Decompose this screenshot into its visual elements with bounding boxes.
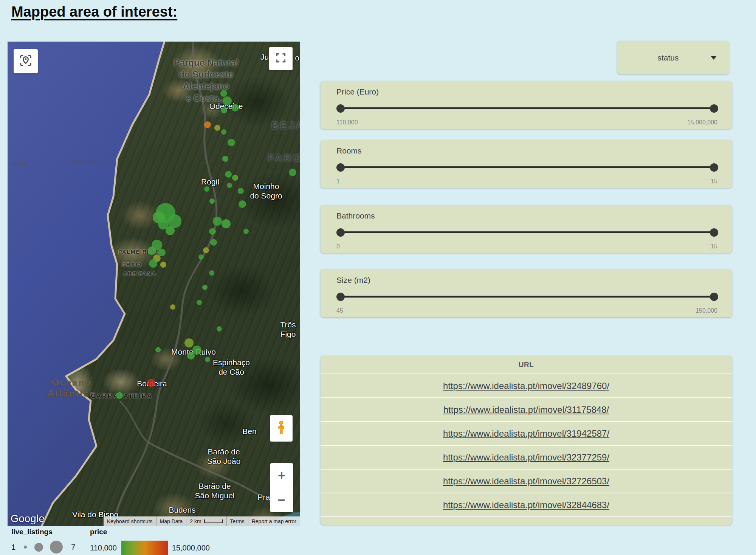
table-row[interactable]: https://www.idealista.pt/imovel/31175848… xyxy=(321,397,732,421)
map-listing-marker[interactable] xyxy=(205,357,210,362)
listing-url-link[interactable]: https://www.idealista.pt/imovel/32489760… xyxy=(443,381,609,391)
map-listing-marker[interactable] xyxy=(202,285,208,290)
table-row[interactable]: https://www.idealista.pt/imovel/31942587… xyxy=(321,421,732,445)
size-max-handle[interactable] xyxy=(710,293,718,301)
map-listing-marker[interactable] xyxy=(149,259,157,268)
table-row[interactable]: https://www.idealista.pt/imovel/32844683… xyxy=(321,493,732,516)
map-listing-marker[interactable] xyxy=(192,346,201,355)
map-listing-marker[interactable] xyxy=(203,247,209,253)
size-legend-min: 1 xyxy=(11,543,15,552)
fullscreen-button[interactable] xyxy=(269,47,293,70)
map-listing-marker[interactable] xyxy=(166,226,175,235)
map-listing-marker[interactable] xyxy=(209,198,215,204)
map-scale-label: 2 km xyxy=(190,518,201,524)
report-map-error-link[interactable]: Report a map error xyxy=(248,516,300,526)
map-listing-marker[interactable] xyxy=(238,188,244,194)
bathrooms-max-value: 15 xyxy=(711,243,717,250)
terms-link[interactable]: Terms xyxy=(226,516,248,526)
map-listing-marker[interactable] xyxy=(204,121,211,128)
map-listing-marker[interactable] xyxy=(160,262,166,268)
rooms-range-slider[interactable] xyxy=(336,163,718,172)
price-range-slider[interactable] xyxy=(336,104,718,113)
map-listing-marker[interactable] xyxy=(214,125,220,131)
map-data-link[interactable]: Map Data xyxy=(156,516,186,526)
size-range-slider[interactable] xyxy=(336,292,718,301)
price-legend: price 110,000 15,000,000 xyxy=(90,528,210,555)
bathrooms-max-handle[interactable] xyxy=(710,228,718,237)
map-listing-marker[interactable] xyxy=(289,169,296,176)
pegman-button[interactable] xyxy=(270,415,293,442)
price-legend-title: price xyxy=(90,528,210,536)
rooms-max-handle[interactable] xyxy=(710,163,718,172)
fullscreen-icon xyxy=(274,51,288,66)
listing-url-link[interactable]: https://www.idealista.pt/imovel/32377259… xyxy=(443,452,609,463)
map-listing-marker[interactable] xyxy=(197,300,202,305)
rooms-filter-label: Rooms xyxy=(336,146,362,155)
map-listing-marker[interactable] xyxy=(147,379,155,387)
listing-url-link[interactable]: https://www.idealista.pt/imovel/32049204… xyxy=(443,524,609,525)
map-listing-marker[interactable] xyxy=(187,352,195,360)
bathrooms-min-handle[interactable] xyxy=(336,228,345,237)
map-listing-marker[interactable] xyxy=(228,139,235,146)
listing-url-link[interactable]: https://www.idealista.pt/imovel/31175848… xyxy=(443,405,609,415)
map-listing-marker[interactable] xyxy=(198,254,204,260)
listing-url-link[interactable]: https://www.idealista.pt/imovel/31942587… xyxy=(443,428,609,439)
map-listing-marker[interactable] xyxy=(221,129,226,135)
slider-track[interactable] xyxy=(340,231,714,233)
google-logo: Google xyxy=(11,513,45,525)
rooms-min-handle[interactable] xyxy=(336,163,345,172)
map-listing-marker[interactable] xyxy=(210,239,217,246)
table-row[interactable]: https://www.idealista.pt/imovel/32049204… xyxy=(321,516,732,525)
map-listing-marker[interactable] xyxy=(155,347,161,352)
map-canvas[interactable]: Parque Natural do Sudoeste Alentejano e … xyxy=(8,42,300,526)
size-legend-max: 7 xyxy=(71,543,75,552)
map-listing-marker[interactable] xyxy=(231,104,239,112)
map-listing-marker[interactable] xyxy=(223,96,232,105)
map-listing-marker[interactable] xyxy=(232,175,238,181)
keyboard-shortcuts-link[interactable]: Keyboard shortcuts xyxy=(104,516,156,526)
zoom-out-button[interactable]: − xyxy=(270,488,293,513)
slider-track[interactable] xyxy=(340,166,714,168)
status-dropdown[interactable]: status xyxy=(617,41,729,74)
map-listing-marker[interactable] xyxy=(209,270,214,276)
map-listing-marker[interactable] xyxy=(225,171,232,178)
map-attribution-bar: Keyboard shortcuts Map Data 2 km Terms R… xyxy=(104,516,300,526)
map-listing-marker[interactable] xyxy=(227,183,232,188)
map-listing-marker[interactable] xyxy=(239,200,246,208)
map-listing-marker[interactable] xyxy=(184,338,194,347)
zoom-in-button[interactable]: + xyxy=(270,463,293,488)
page-title: Mapped area of interest: xyxy=(11,4,177,20)
table-row[interactable]: https://www.idealista.pt/imovel/32377259… xyxy=(321,445,732,469)
map-listing-marker[interactable] xyxy=(220,90,227,97)
bathrooms-range-slider[interactable] xyxy=(336,228,718,237)
price-filter-label: Price (Euro) xyxy=(336,87,379,96)
scale-bar-icon xyxy=(204,519,223,523)
map-listing-marker[interactable] xyxy=(222,156,228,162)
map-listing-marker[interactable] xyxy=(217,326,222,332)
map-listing-marker[interactable] xyxy=(168,214,181,228)
map-listing-marker[interactable] xyxy=(209,228,216,235)
map-listing-marker[interactable] xyxy=(243,229,249,234)
size-min-handle[interactable] xyxy=(336,293,345,301)
slider-track[interactable] xyxy=(340,107,714,109)
rooms-max-value: 15 xyxy=(711,178,717,185)
map-listing-marker[interactable] xyxy=(116,392,123,399)
table-row[interactable]: https://www.idealista.pt/imovel/32726503… xyxy=(321,469,732,493)
map-listing-marker[interactable] xyxy=(213,217,222,226)
map-listing-marker[interactable] xyxy=(221,107,227,113)
rooms-filter-panel: Rooms 1 15 xyxy=(321,140,732,188)
table-row[interactable]: https://www.idealista.pt/imovel/32489760… xyxy=(321,374,732,397)
price-max-handle[interactable] xyxy=(710,104,718,113)
map-listing-marker[interactable] xyxy=(222,219,231,228)
listing-url-link[interactable]: https://www.idealista.pt/imovel/32726503… xyxy=(443,476,609,487)
slider-track[interactable] xyxy=(340,296,714,298)
map-scale: 2 km xyxy=(186,516,226,526)
focus-area-button[interactable] xyxy=(14,49,38,73)
map-listing-marker[interactable] xyxy=(148,246,156,255)
map-listing-marker[interactable] xyxy=(204,186,209,192)
price-min-value: 110,000 xyxy=(336,119,358,126)
listing-url-link[interactable]: https://www.idealista.pt/imovel/32844683… xyxy=(443,500,609,510)
price-min-handle[interactable] xyxy=(336,104,345,113)
chevron-down-icon xyxy=(711,56,717,60)
map-listing-marker[interactable] xyxy=(170,304,175,310)
